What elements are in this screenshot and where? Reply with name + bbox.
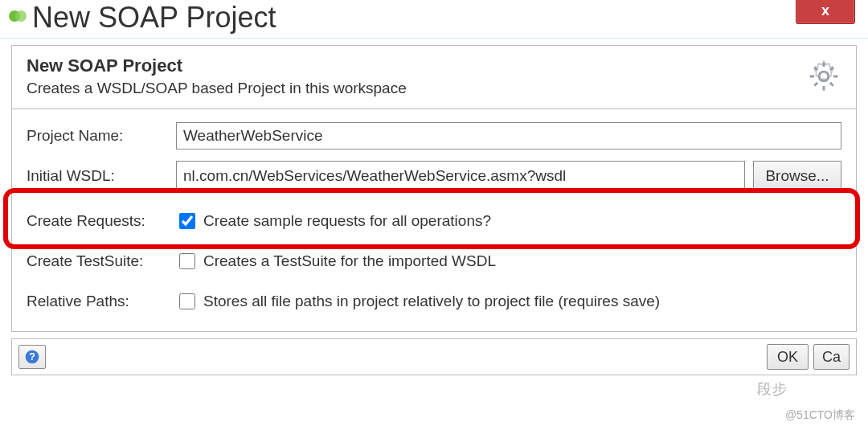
project-name-row: Project Name: — [27, 119, 841, 153]
panel-header: New SOAP Project Creates a WSDL/SOAP bas… — [12, 46, 856, 109]
create-requests-label: Create Requests: — [27, 212, 176, 230]
close-icon: x — [821, 2, 829, 19]
relative-paths-checkbox[interactable] — [179, 293, 195, 309]
create-requests-row: Create Requests: Create sample requests … — [27, 204, 841, 238]
browse-button[interactable]: Browse... — [753, 161, 841, 191]
create-requests-checkbox[interactable] — [179, 213, 195, 229]
create-testsuite-text: Creates a TestSuite for the imported WSD… — [203, 252, 496, 270]
project-name-label: Project Name: — [27, 127, 176, 145]
form-area: Project Name: Initial WSDL: Browse... Cr… — [12, 109, 856, 331]
window-title: New SOAP Project — [32, 2, 276, 34]
relative-paths-label: Relative Paths: — [27, 293, 176, 310]
project-name-input[interactable] — [176, 122, 841, 150]
close-button[interactable]: x — [796, 0, 855, 24]
app-icon — [8, 6, 27, 26]
watermark-overlay: 段步 — [757, 379, 788, 399]
relative-paths-text: Stores all file paths in project relativ… — [203, 293, 660, 310]
ok-button[interactable]: OK — [767, 344, 809, 370]
create-requests-text: Create sample requests for all operation… — [203, 212, 491, 230]
watermark-text: @51CTO博客 — [785, 408, 855, 423]
initial-wsdl-input[interactable] — [176, 161, 745, 191]
svg-point-1 — [15, 10, 27, 22]
cancel-button[interactable]: Ca — [813, 344, 850, 370]
gear-icon — [806, 59, 841, 94]
panel-description: Creates a WSDL/SOAP based Project in thi… — [27, 80, 407, 97]
relative-paths-row: Relative Paths: Stores all file paths in… — [27, 285, 841, 318]
initial-wsdl-row: Initial WSDL: Browse... — [27, 159, 841, 193]
dialog-body: New SOAP Project Creates a WSDL/SOAP bas… — [0, 39, 868, 383]
panel-title: New SOAP Project — [27, 55, 407, 76]
title-bar: New SOAP Project x — [0, 0, 868, 39]
create-testsuite-checkbox[interactable] — [179, 253, 195, 269]
button-bar: ? OK Ca — [11, 338, 857, 375]
svg-text:?: ? — [29, 351, 35, 363]
help-icon: ? — [24, 349, 40, 365]
create-testsuite-label: Create TestSuite: — [27, 252, 176, 270]
help-button[interactable]: ? — [18, 345, 46, 369]
main-panel: New SOAP Project Creates a WSDL/SOAP bas… — [11, 45, 857, 332]
initial-wsdl-label: Initial WSDL: — [27, 167, 176, 185]
create-testsuite-row: Create TestSuite: Creates a TestSuite fo… — [27, 244, 841, 278]
